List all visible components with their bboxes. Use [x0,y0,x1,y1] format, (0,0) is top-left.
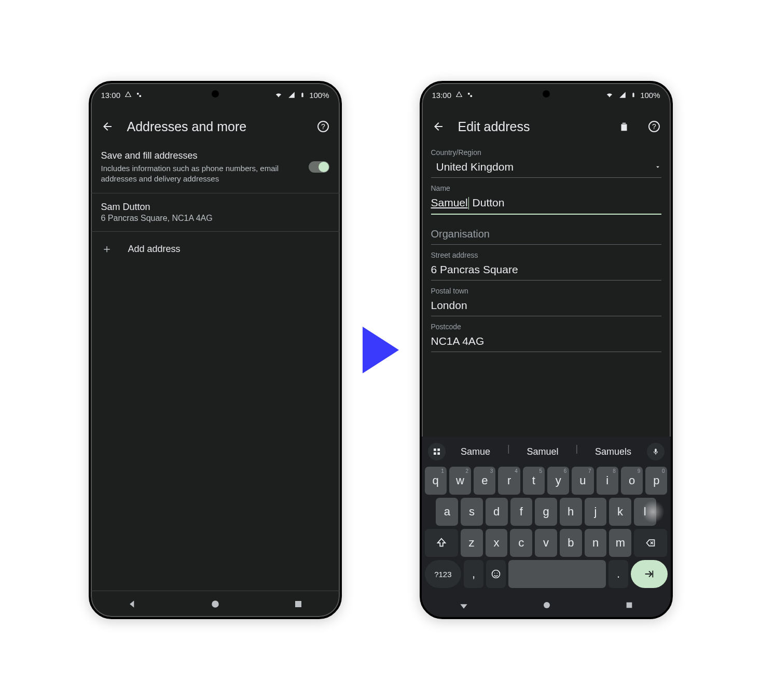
emoji-key[interactable] [486,560,506,588]
arrow-back-icon [432,120,445,133]
transition-arrow-icon [363,327,399,373]
shift-key[interactable] [425,529,458,557]
organisation-placeholder: Organisation [431,228,490,240]
country-dropdown[interactable]: United Kingdom [431,158,661,178]
key-x[interactable]: x [486,529,508,557]
key-v[interactable]: v [535,529,557,557]
key-k[interactable]: k [609,498,631,526]
address-entry[interactable]: Sam Dutton 6 Pancras Square, NC1A 4AG [91,193,340,232]
key-m[interactable]: m [609,529,631,557]
suggestion-1[interactable]: Samue [455,443,495,460]
key-n[interactable]: n [585,529,607,557]
back-button[interactable] [428,116,449,137]
keyboard-row-2: asdfghjkl [425,498,668,526]
street-field[interactable]: 6 Pancras Square [431,260,661,281]
svg-rect-18 [627,603,632,608]
nav-keyboard-hide-icon[interactable] [459,600,469,610]
help-icon: ? [648,120,660,133]
backspace-key[interactable] [634,529,667,557]
enter-key[interactable] [631,560,668,588]
key-l[interactable]: l [634,498,656,526]
svg-rect-1 [140,95,142,97]
add-address-row[interactable]: ＋ Add address [91,232,340,266]
name-value-rest: Dutton [469,197,505,208]
grid-icon [433,447,441,456]
nav-back-icon[interactable] [127,599,137,609]
country-label: Country/Region [431,148,661,157]
svg-point-17 [544,602,550,608]
back-button[interactable] [97,116,118,137]
keyboard-tools-button[interactable] [428,443,446,460]
wifi-icon [605,91,614,99]
key-d[interactable]: d [486,498,508,526]
keyboard-voice-button[interactable] [647,443,665,460]
comma-key[interactable]: , [464,560,483,588]
app-bar: Edit address ? [422,107,671,141]
save-fill-toggle[interactable] [309,161,329,173]
key-c[interactable]: c [510,529,532,557]
postcode-field[interactable]: NC1A 4AG [431,332,661,352]
nav-recents-icon[interactable] [294,599,303,609]
nav-home-icon[interactable] [211,599,220,609]
key-a[interactable]: a [436,498,458,526]
chevron-down-icon [654,163,661,171]
period-key[interactable]: . [608,560,628,588]
key-o[interactable]: o9 [621,467,643,495]
text-cursor [468,197,469,209]
space-key[interactable] [508,560,606,588]
save-fill-toggle-row[interactable]: Save and fill addresses Includes informa… [91,141,340,193]
address-name: Sam Dutton [101,202,329,213]
key-g[interactable]: g [535,498,557,526]
help-icon: ? [317,120,329,133]
town-field[interactable]: London [431,296,661,316]
phone-edit-address: 13:00 100% Edit address ? [420,81,673,619]
svg-rect-0 [137,93,139,95]
address-form: Country/Region United Kingdom Name Samue… [422,141,671,356]
street-value: 6 Pancras Square [431,263,518,276]
help-button[interactable]: ? [313,116,334,137]
key-e[interactable]: e3 [474,467,495,495]
key-y[interactable]: y6 [547,467,569,495]
status-misc-icon [136,92,142,98]
tab-next-icon [643,568,655,580]
key-p[interactable]: p0 [645,467,667,495]
key-u[interactable]: u7 [572,467,593,495]
camera-dot [212,90,219,97]
key-j[interactable]: j [585,498,607,526]
signal-icon [618,91,627,99]
town-value: London [431,299,467,312]
keyboard-suggestion-bar: Samue | Samuel | Samuels [425,440,668,464]
key-r[interactable]: r4 [498,467,520,495]
key-q[interactable]: q1 [425,467,447,495]
numbers-key[interactable]: ?123 [425,560,462,588]
status-battery: 100% [640,91,660,100]
delete-button[interactable] [614,116,634,137]
key-s[interactable]: s [461,498,483,526]
svg-rect-10 [434,449,436,451]
page-title: Addresses and more [127,119,303,134]
page-title: Edit address [458,119,604,134]
status-time: 13:00 [432,91,452,100]
key-t[interactable]: t5 [523,467,545,495]
street-label: Street address [431,251,661,259]
key-b[interactable]: b [560,529,582,557]
nav-recents-icon[interactable] [625,601,633,609]
key-f[interactable]: f [510,498,533,526]
country-value: United Kingdom [436,161,514,173]
organisation-field[interactable]: Organisation [431,216,661,245]
name-field[interactable]: Samuel Dutton [431,193,661,215]
help-button[interactable]: ? [644,116,665,137]
key-w[interactable]: w2 [449,467,471,495]
wifi-icon [274,91,283,99]
key-i[interactable]: i8 [597,467,618,495]
emoji-icon [491,569,501,579]
suggestion-2[interactable]: Samuel [521,443,563,460]
plus-icon: ＋ [101,241,113,257]
nav-home-icon[interactable] [543,601,551,609]
svg-point-14 [492,570,500,578]
status-app-icon [124,91,132,99]
svg-rect-11 [437,449,440,451]
suggestion-3[interactable]: Samuels [590,443,637,460]
key-z[interactable]: z [461,529,483,557]
key-h[interactable]: h [560,498,582,526]
